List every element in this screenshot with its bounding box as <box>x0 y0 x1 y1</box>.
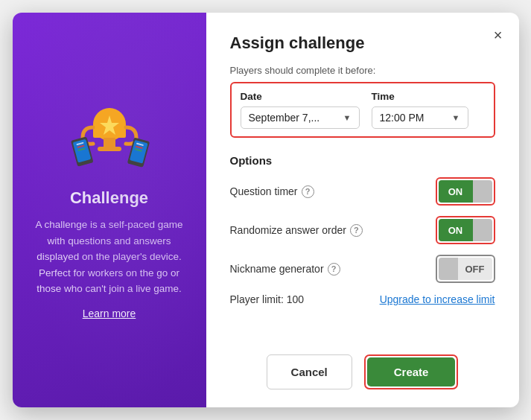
time-dropdown-arrow: ▼ <box>452 113 460 122</box>
player-limit-text: Player limit: 100 <box>230 293 305 305</box>
question-timer-toggle[interactable]: ON <box>439 180 492 203</box>
randomize-help-icon[interactable]: ? <box>350 224 363 237</box>
dialog-title: Assign challenge <box>230 34 495 53</box>
question-timer-toggle-wrapper: ON <box>436 177 495 206</box>
date-header: Date <box>241 91 360 102</box>
player-limit-row: Player limit: 100 Upgrade to increase li… <box>230 293 495 305</box>
question-timer-help-icon[interactable]: ? <box>302 185 314 198</box>
time-select[interactable]: 12:00 PM ▼ <box>372 106 468 129</box>
svg-rect-3 <box>98 147 121 151</box>
dt-headers: Date Time <box>241 91 485 102</box>
option-row-randomize: Randomize answer order ? ON <box>230 216 495 244</box>
option-row-nickname: Nickname generator ? OFF <box>230 255 495 283</box>
close-button[interactable]: × <box>491 25 506 45</box>
randomize-toggle-wrapper: ON <box>436 216 495 244</box>
cancel-button[interactable]: Cancel <box>267 354 352 389</box>
toggle-on-label-2: ON <box>439 219 473 241</box>
question-timer-label: Question timer ? <box>230 185 314 198</box>
randomize-label: Randomize answer order ? <box>230 224 363 237</box>
option-row-question-timer: Question timer ? ON <box>230 177 495 206</box>
left-description: A challenge is a self-paced game with qu… <box>31 217 188 297</box>
upgrade-link[interactable]: Upgrade to increase limit <box>380 293 495 305</box>
time-value: 12:00 PM <box>380 112 425 124</box>
right-panel: × Assign challenge Players should comple… <box>206 13 519 407</box>
randomize-toggle[interactable]: ON <box>439 219 492 241</box>
toggle-off-left <box>439 258 458 280</box>
time-header: Time <box>372 91 468 102</box>
nickname-label: Nickname generator ? <box>230 263 340 276</box>
modal-container: Challenge A challenge is a self-paced ga… <box>13 13 519 407</box>
bottom-buttons: Cancel Create <box>230 354 495 389</box>
create-btn-wrapper: Create <box>364 354 459 389</box>
date-time-box: Date Time September 7,... ▼ 12:00 PM ▼ <box>230 82 495 138</box>
options-title: Options <box>230 154 495 167</box>
nickname-help-icon[interactable]: ? <box>328 263 340 276</box>
svg-rect-2 <box>104 138 115 148</box>
date-value: September 7,... <box>249 112 320 124</box>
nickname-toggle-wrapper: OFF <box>436 255 495 283</box>
trophy-illustration <box>65 101 154 175</box>
create-button[interactable]: Create <box>367 357 456 386</box>
dt-selects: September 7,... ▼ 12:00 PM ▼ <box>241 106 485 129</box>
date-dropdown-arrow: ▼ <box>343 113 352 122</box>
toggle-off-side <box>473 180 492 203</box>
nickname-toggle[interactable]: OFF <box>439 258 492 280</box>
learn-more-link[interactable]: Learn more <box>83 308 136 319</box>
toggle-on-label: ON <box>439 180 473 203</box>
left-title: Challenge <box>70 188 148 208</box>
toggle-off-text: OFF <box>458 258 492 280</box>
toggle-off-side-2 <box>473 219 492 241</box>
deadline-label: Players should complete it before: <box>230 65 495 76</box>
date-select[interactable]: September 7,... ▼ <box>241 106 360 129</box>
left-panel: Challenge A challenge is a self-paced ga… <box>13 13 206 407</box>
